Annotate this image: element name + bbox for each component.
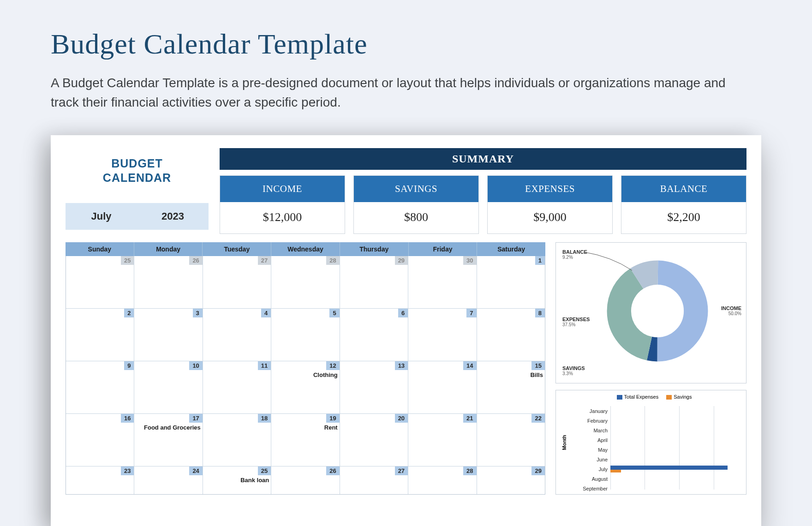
date-badge: 20 (395, 414, 408, 423)
date-badge: 2 (124, 309, 134, 317)
date-badge: 29 (395, 256, 408, 265)
date-badge: 16 (121, 414, 134, 423)
calendar-cell[interactable]: 16 (66, 414, 134, 466)
page-title: Budget Calendar Template (51, 28, 761, 60)
day-header: Thursday (340, 242, 409, 256)
template-sheet: BUDGETCALENDAR July 2023 SUMMARY INCOME$… (51, 135, 761, 526)
bar-category: May (575, 447, 610, 453)
calendar-cell[interactable]: 10 (134, 361, 203, 413)
bar-category: July (575, 466, 610, 472)
date-badge: 24 (189, 466, 202, 475)
bar-category: June (575, 457, 610, 462)
calendar-cell[interactable]: 18 (203, 414, 271, 466)
cell-note: Bills (530, 371, 543, 378)
date-badge: 13 (395, 361, 408, 370)
date-badge: 25 (121, 256, 134, 265)
bar-row: August (575, 474, 740, 484)
day-header: Sunday (66, 242, 134, 256)
calendar-cell[interactable]: 14 (408, 361, 477, 413)
calendar-cell[interactable]: 29 (340, 256, 408, 308)
card-label: SAVINGS (354, 176, 478, 202)
card-value: $800 (354, 202, 478, 233)
date-badge: 27 (395, 466, 408, 475)
calendar-cell[interactable]: 7 (408, 309, 477, 361)
date-badge: 26 (326, 466, 339, 475)
date-badge: 17 (189, 414, 202, 423)
bar-chart: Total Expenses Savings Month JanuaryFebr… (555, 390, 746, 495)
day-header: Monday (134, 242, 203, 256)
calendar-cell[interactable]: 9 (66, 361, 134, 413)
date-badge: 8 (535, 309, 545, 317)
date-badge: 19 (326, 414, 339, 423)
pie-chart: BALANCE9.2% EXPENSES37.5% SAVINGS3.3% IN… (555, 242, 746, 383)
bar-category: January (575, 408, 610, 414)
calendar-cell[interactable]: 19Rent (271, 414, 340, 466)
bar-row: May (575, 445, 740, 454)
date-badge: 15 (531, 361, 544, 370)
calendar-cell[interactable]: 20 (340, 414, 408, 466)
date-badge: 25 (258, 466, 271, 475)
cell-note: Rent (324, 424, 338, 431)
bar-row: September (575, 484, 740, 493)
date-badge: 28 (326, 256, 339, 265)
bar-row: March (575, 425, 740, 435)
calendar-cell[interactable]: 22 (477, 414, 545, 466)
calendar: SundayMondayTuesdayWednesdayThursdayFrid… (66, 242, 545, 495)
date-badge: 9 (124, 361, 134, 370)
day-header: Friday (409, 242, 478, 256)
calendar-cell[interactable]: 29 (477, 466, 545, 494)
calendar-cell[interactable]: 28 (408, 466, 477, 494)
calendar-cell[interactable]: 30 (408, 256, 477, 308)
calendar-cell[interactable]: 28 (271, 256, 340, 308)
bar-row: July (575, 464, 740, 474)
calendar-cell[interactable]: 26 (271, 466, 340, 494)
calendar-cell[interactable]: 25 (66, 256, 134, 308)
calendar-cell[interactable]: 17Food and Groceries (134, 414, 203, 466)
month-label: July (66, 203, 137, 230)
date-badge: 5 (329, 309, 339, 317)
date-badge: 3 (193, 309, 203, 317)
date-badge: 21 (463, 414, 476, 423)
bar-row: February (575, 416, 740, 425)
calendar-cell[interactable]: 13 (340, 361, 408, 413)
card-label: EXPENSES (488, 176, 612, 202)
card-value: $12,000 (220, 202, 345, 233)
summary-card: EXPENSES$9,000 (487, 175, 613, 234)
page-description: A Budget Calendar Template is a pre-desi… (51, 73, 743, 112)
calendar-cell[interactable]: 5 (271, 309, 340, 361)
day-header: Saturday (477, 242, 545, 256)
bar-row: April (575, 435, 740, 445)
calendar-cell[interactable]: 15Bills (477, 361, 545, 413)
calendar-cell[interactable]: 25Bank loan (203, 466, 271, 494)
year-label: 2023 (137, 203, 209, 230)
bar-category: September (575, 486, 610, 491)
cell-note: Food and Groceries (144, 424, 201, 431)
pie-income-label: INCOME50.0% (721, 305, 741, 316)
calendar-cell[interactable]: 8 (477, 309, 545, 361)
calendar-cell[interactable]: 27 (340, 466, 408, 494)
card-value: $2,200 (621, 202, 746, 233)
card-value: $9,000 (488, 202, 612, 233)
calendar-cell[interactable]: 3 (134, 309, 203, 361)
bar-row: January (575, 406, 740, 416)
date-badge: 12 (326, 361, 339, 370)
date-badge: 7 (466, 309, 476, 317)
calendar-cell[interactable]: 23 (66, 466, 134, 494)
doc-title: BUDGETCALENDAR (66, 148, 209, 192)
calendar-cell[interactable]: 12Clothing (271, 361, 340, 413)
calendar-cell[interactable]: 4 (203, 309, 271, 361)
calendar-cell[interactable]: 6 (340, 309, 408, 361)
calendar-cell[interactable]: 2 (66, 309, 134, 361)
calendar-cell[interactable]: 21 (408, 414, 477, 466)
bar-ylabel: Month (561, 435, 567, 450)
summary-card: BALANCE$2,200 (621, 175, 746, 234)
card-label: BALANCE (621, 176, 746, 202)
pie-expenses-label: EXPENSES37.5% (562, 317, 590, 327)
date-badge: 27 (258, 256, 271, 265)
calendar-cell[interactable]: 1 (477, 256, 545, 308)
calendar-cell[interactable]: 24 (134, 466, 203, 494)
calendar-cell[interactable]: 11 (203, 361, 271, 413)
calendar-cell[interactable]: 27 (203, 256, 271, 308)
calendar-cell[interactable]: 26 (134, 256, 203, 308)
date-badge: 11 (258, 361, 271, 370)
